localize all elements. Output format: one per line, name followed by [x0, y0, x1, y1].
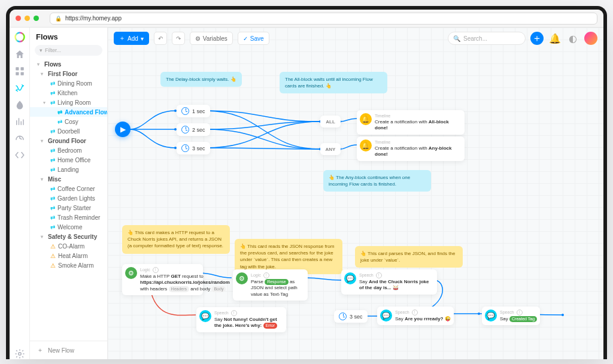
- svg-point-0: [15, 33, 24, 42]
- tree-group[interactable]: ▾First Floor: [30, 69, 107, 78]
- speech-icon: 💬: [344, 272, 356, 284]
- search-icon: 🔍: [453, 35, 460, 42]
- tree-item[interactable]: ⚠CO-Alarm: [30, 241, 107, 251]
- home-icon[interactable]: [14, 49, 25, 60]
- tree-item[interactable]: ▾⇄Living Room: [30, 98, 107, 107]
- undo-button[interactable]: ↶: [154, 32, 167, 45]
- clock-icon: [181, 144, 189, 152]
- variables-button[interactable]: ⚙ Variables: [190, 32, 233, 45]
- tree-item[interactable]: ⇄Cosy: [30, 117, 107, 126]
- tree-item[interactable]: ⇄Garden Lights: [30, 193, 107, 203]
- logic-icon: ⚙: [236, 272, 248, 284]
- note-parse[interactable]: 👆 This card reads the JSON response from…: [235, 239, 342, 274]
- tree-item[interactable]: ⇄Home Office: [30, 155, 107, 165]
- new-flow-button[interactable]: ＋New Flow: [30, 341, 107, 359]
- speech-card-ready[interactable]: 💬 Speech !Say Are you rrready? 😜: [377, 307, 454, 325]
- logic-card-parse[interactable]: ⚙ Logic !Parse Response as JSON and sele…: [233, 269, 308, 301]
- speech-card-error[interactable]: 💬 Speech !Say Not funny! Couldn't get th…: [196, 307, 286, 332]
- filter-input[interactable]: ▾ Filter...: [35, 45, 102, 56]
- speech-icon: 💬: [199, 310, 211, 322]
- clock-icon: [181, 126, 189, 134]
- settings-icon[interactable]: [14, 348, 25, 359]
- delay-node[interactable]: 3 sec: [177, 142, 210, 154]
- sidebar: Flows ▾ Filter... ▾Flows ▾First Floor ⇄D…: [30, 28, 108, 359]
- bell-icon: 🔔: [360, 139, 372, 151]
- speech-icon: 💬: [485, 310, 497, 321]
- user-avatar[interactable]: [584, 32, 597, 45]
- notifications-icon[interactable]: 🔔: [548, 32, 562, 45]
- clock-icon: [181, 107, 189, 115]
- note-json[interactable]: 👆 This card parses the JSON, and finds t…: [355, 246, 463, 268]
- tree-item[interactable]: ⚠Heat Alarm: [30, 251, 107, 260]
- tree-item[interactable]: ⇄Trash Reminder: [30, 213, 107, 222]
- tree-item[interactable]: ⇄Bedroom: [30, 145, 107, 155]
- svg-rect-4: [20, 72, 23, 75]
- homey-logo[interactable]: [14, 31, 26, 43]
- bell-icon: 🔔: [360, 113, 372, 125]
- timeline-card[interactable]: 🔔 TimelineCreate a notification with Any…: [357, 136, 465, 161]
- speed-icon[interactable]: [14, 133, 25, 144]
- logic-icon: ⚙: [125, 267, 137, 279]
- redo-button[interactable]: ↷: [172, 32, 185, 45]
- svg-rect-3: [16, 72, 19, 75]
- tree-item[interactable]: ⇄Doorbell: [30, 126, 107, 136]
- delay-node[interactable]: 3 sec: [334, 310, 368, 323]
- any-merge-node[interactable]: ANY: [320, 143, 341, 155]
- flow-canvas[interactable]: ＋ Add ▾ ↶ ↷ ⚙ Variables ✓ Save 🔍Search..…: [108, 28, 603, 359]
- tree-item-active[interactable]: ⇄Advanced Flow: [30, 107, 107, 117]
- all-merge-node[interactable]: ALL: [320, 116, 341, 128]
- page-title: Flows: [30, 28, 107, 45]
- apps-icon[interactable]: [14, 66, 25, 77]
- svg-point-22: [478, 313, 480, 315]
- note-http[interactable]: 👆 This card makes a HTTP request to a Ch…: [122, 225, 230, 254]
- tree-item[interactable]: ⇄Landing: [30, 165, 107, 174]
- global-add-button[interactable]: ＋: [530, 32, 544, 45]
- speech-icon: 💬: [380, 310, 392, 321]
- search-input[interactable]: 🔍Search...: [448, 32, 526, 45]
- flows-icon[interactable]: [14, 83, 25, 93]
- insights-icon[interactable]: [14, 116, 25, 127]
- tree-item[interactable]: ⇄Coffee Corner: [30, 184, 107, 193]
- tree-root[interactable]: ▾Flows: [30, 59, 107, 69]
- browser-chrome: 🔒 https://my.homey.app: [10, 10, 603, 28]
- close-window-icon[interactable]: [16, 16, 21, 21]
- logic-card-http[interactable]: ⚙ Logic !Make a HTTP GET request to http…: [122, 264, 203, 295]
- tree-item[interactable]: ⇄Kitchen: [30, 88, 107, 98]
- url-bar[interactable]: 🔒 https://my.homey.app: [50, 13, 597, 25]
- timeline-card[interactable]: 🔔 TimelineCreate a notification with All…: [357, 110, 465, 135]
- add-button[interactable]: ＋ Add ▾: [114, 32, 149, 45]
- maximize-window-icon[interactable]: [34, 16, 39, 21]
- funnel-icon: ▾: [40, 47, 43, 53]
- delay-node[interactable]: 2 sec: [177, 123, 210, 136]
- delay-node[interactable]: 1 sec: [177, 105, 210, 117]
- svg-rect-2: [20, 67, 23, 70]
- energy-icon[interactable]: [14, 99, 25, 110]
- tree-group[interactable]: ▾Ground Floor: [30, 136, 107, 145]
- tree-item[interactable]: ⇄Dining Room: [30, 78, 107, 88]
- svg-point-5: [18, 353, 21, 356]
- url-text: https://my.homey.app: [65, 15, 122, 22]
- clock-icon: [339, 313, 347, 320]
- start-node[interactable]: ▶: [115, 122, 131, 137]
- script-icon[interactable]: [14, 150, 25, 160]
- tree-group[interactable]: ▾Misc: [30, 174, 107, 184]
- canvas-toolbar: ＋ Add ▾ ↶ ↷ ⚙ Variables ✓ Save 🔍Search..…: [108, 28, 603, 49]
- nav-rail: [10, 28, 30, 359]
- tree-group[interactable]: ▾Safety & Security: [30, 232, 107, 241]
- tree-item[interactable]: ⇄Welcome: [30, 222, 107, 232]
- save-button[interactable]: ✓ Save: [238, 32, 269, 45]
- note-all[interactable]: The All-block waits until all incoming F…: [280, 72, 387, 93]
- note-delay[interactable]: The Delay-block simply waits. 👆: [160, 72, 242, 87]
- note-any[interactable]: 👆 The Any-block continues when one incom…: [323, 170, 431, 192]
- speech-card-tag[interactable]: 💬 Speech !Say Created Tag: [482, 307, 540, 325]
- lock-icon: 🔒: [55, 16, 62, 22]
- tree-item[interactable]: ⚠Smoke Alarm: [30, 260, 107, 270]
- svg-rect-1: [16, 67, 19, 70]
- minimize-window-icon[interactable]: [25, 16, 30, 21]
- tree-item[interactable]: ⇄Party Starter: [30, 203, 107, 213]
- dark-mode-icon[interactable]: ◐: [566, 32, 579, 45]
- flow-tree: ▾Flows ▾First Floor ⇄Dining Room ⇄Kitche…: [30, 59, 107, 341]
- speech-card-joke[interactable]: 💬 Speech !Say And the Chuck Norris joke …: [341, 269, 437, 295]
- plus-icon: ＋: [37, 346, 43, 354]
- svg-point-23: [562, 314, 564, 316]
